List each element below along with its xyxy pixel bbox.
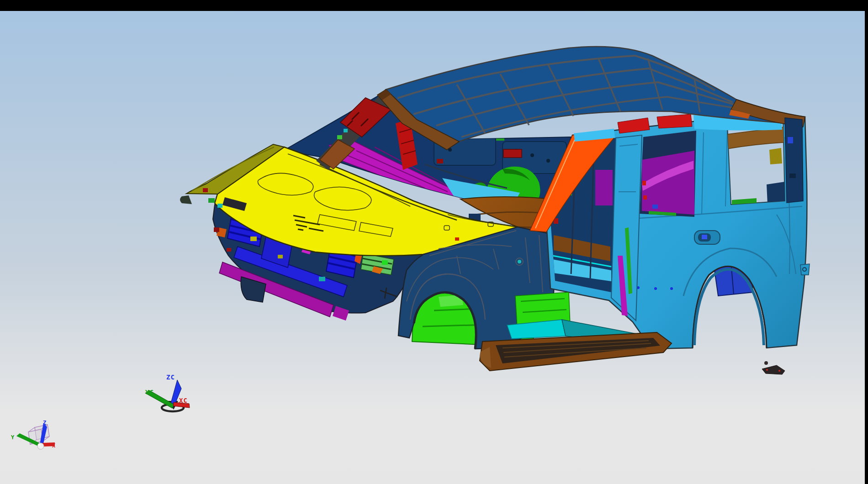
door-trim-purple <box>595 170 613 205</box>
quarter-tab-olive <box>769 148 782 164</box>
cad-viewport[interactable]: ZC YC XC Z Y X <box>0 0 868 484</box>
green-chip <box>382 260 388 265</box>
wcs-z-label: ZC <box>166 374 175 381</box>
dash-hole <box>546 159 550 163</box>
part-rear-window-aperture[interactable] <box>640 131 696 217</box>
trim-blue-chip <box>652 205 658 209</box>
quarter-corner-navy <box>767 182 785 204</box>
trim-red-chip <box>642 181 646 185</box>
hood-red-chip <box>455 237 459 241</box>
debris-red-dot <box>766 369 768 371</box>
b-pillar-surface[interactable] <box>611 135 642 321</box>
red-chip <box>227 248 231 252</box>
abs-origin-ball <box>37 443 44 449</box>
part-b-pillar[interactable] <box>611 135 642 321</box>
part-tail-bracket[interactable] <box>800 264 810 275</box>
yellow-chip <box>250 237 257 241</box>
yellow-chip <box>278 255 283 258</box>
rail-red-chip <box>203 188 208 192</box>
cant-red-strip <box>657 114 692 128</box>
d-pillar-frame[interactable] <box>785 118 803 203</box>
d-pillar-slot <box>789 174 796 178</box>
pillar-teal-chip <box>344 129 348 132</box>
red-chip <box>437 159 443 163</box>
abs-x-label: X <box>52 442 56 449</box>
debris-dot[interactable] <box>764 361 768 365</box>
handle-glint <box>702 235 707 239</box>
teal-chip <box>319 277 325 281</box>
fender-hole <box>518 260 521 263</box>
part-door-handle[interactable] <box>694 231 720 244</box>
d-pillar-chip <box>788 137 793 143</box>
right-black-bar <box>865 0 868 484</box>
pillar-green-chip <box>337 135 342 139</box>
wcs-y-label: YC <box>145 389 154 396</box>
tail-tab <box>800 264 810 275</box>
abs-z-label: Z <box>43 420 46 426</box>
plug-dot <box>654 287 657 290</box>
part-quarter-window-aperture[interactable] <box>727 118 785 205</box>
trim-red-chip <box>643 195 647 200</box>
rail-green-chip <box>208 198 215 203</box>
dash-hole <box>530 153 534 157</box>
part-d-pillar[interactable] <box>785 118 803 203</box>
top-black-bar <box>0 0 868 11</box>
abs-y-label: Y <box>11 434 15 441</box>
visor-red-panel <box>503 149 522 158</box>
debris-red-dot <box>778 370 780 372</box>
plug-dot <box>670 287 673 290</box>
wcs-x-label: XC <box>179 397 188 404</box>
red-chip <box>214 227 219 232</box>
abs-origin-highlight <box>38 444 41 446</box>
rail-teal-chip <box>217 204 222 208</box>
